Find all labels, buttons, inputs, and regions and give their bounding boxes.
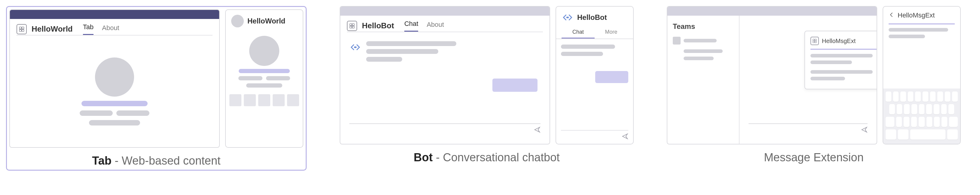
bot-message-line [561, 52, 603, 56]
key[interactable] [908, 91, 913, 102]
mobile-tab-more[interactable]: More [595, 27, 628, 38]
mobile-ext-body [883, 28, 960, 38]
key[interactable] [923, 91, 928, 102]
accent-divider [889, 24, 955, 24]
sidebar-title: Teams [673, 22, 733, 31]
svg-rect-3 [22, 29, 24, 31]
avatar-placeholder [249, 36, 279, 66]
key[interactable] [889, 104, 895, 114]
key[interactable] [904, 117, 909, 127]
svg-rect-5 [352, 24, 355, 26]
tab-chat[interactable]: Chat [404, 20, 418, 32]
key-backspace[interactable] [949, 117, 958, 127]
compose-box[interactable] [749, 123, 867, 135]
placeholder-line [116, 110, 150, 116]
mobile-title: HelloMsgExt [897, 11, 935, 19]
svg-rect-6 [350, 26, 352, 28]
user-message [595, 71, 628, 83]
key[interactable] [900, 91, 906, 102]
card-title: HelloMsgExt [822, 38, 856, 45]
key-space[interactable] [910, 129, 945, 140]
svg-rect-1 [22, 27, 24, 29]
placeholder-line [266, 76, 290, 80]
bot-icon [349, 41, 361, 53]
app-icon [810, 37, 819, 45]
send-icon[interactable] [534, 126, 541, 134]
key[interactable] [926, 117, 932, 127]
send-icon[interactable] [861, 126, 867, 134]
tile-row [229, 94, 299, 106]
tab-bar: Tab About [83, 23, 119, 35]
tile[interactable] [244, 94, 256, 106]
avatar-icon [231, 15, 244, 27]
key-shift[interactable] [886, 117, 894, 127]
bot-mobile-mockup: HelloBot Chat More [555, 6, 634, 144]
mobile-chat-area [556, 39, 633, 144]
tab-about[interactable]: About [426, 21, 444, 32]
user-message [492, 78, 538, 92]
bot-message-line [366, 49, 438, 54]
msgext-mobile-mockup: HelloMsgExt [883, 6, 961, 144]
key[interactable] [915, 91, 921, 102]
tab-about[interactable]: About [102, 24, 119, 35]
key[interactable] [893, 91, 899, 102]
key[interactable] [952, 91, 958, 102]
svg-rect-13 [815, 39, 816, 41]
key[interactable] [919, 117, 924, 127]
conversation-area: HelloMsgExt [740, 16, 877, 144]
mobile-tabs: Chat More [556, 27, 633, 39]
tile[interactable] [229, 94, 242, 106]
key[interactable] [937, 91, 943, 102]
key[interactable] [896, 117, 902, 127]
back-icon[interactable] [889, 12, 895, 19]
key[interactable] [948, 104, 954, 114]
tile[interactable] [287, 94, 299, 106]
svg-rect-14 [813, 41, 815, 43]
placeholder-line [684, 50, 723, 53]
key[interactable] [941, 104, 947, 114]
tile[interactable] [273, 94, 285, 106]
send-icon[interactable] [622, 133, 628, 141]
team-icon [673, 37, 681, 45]
key[interactable] [945, 91, 951, 102]
key-numeric[interactable] [886, 129, 896, 140]
compose-box[interactable] [561, 130, 628, 141]
key[interactable] [912, 104, 917, 114]
key[interactable] [904, 104, 910, 114]
key[interactable] [911, 117, 917, 127]
svg-rect-12 [813, 39, 815, 41]
key[interactable] [942, 117, 947, 127]
accent-divider [810, 49, 877, 50]
tab-mobile-mockup: HelloWorld [225, 9, 303, 148]
mobile-tab-chat[interactable]: Chat [562, 27, 595, 38]
sidebar-item[interactable] [673, 37, 733, 45]
teams-sidebar: Teams [667, 16, 740, 144]
placeholder-line [810, 54, 873, 58]
key[interactable] [886, 91, 891, 102]
mobile-keyboard[interactable] [883, 88, 960, 144]
avatar-placeholder [95, 58, 134, 97]
svg-rect-0 [19, 27, 22, 29]
msgext-desktop-mockup: Teams [667, 6, 877, 144]
placeholder-line [684, 57, 714, 60]
key[interactable] [919, 104, 925, 114]
key[interactable] [934, 104, 939, 114]
tab-tab[interactable]: Tab [83, 23, 94, 35]
key-return[interactable] [947, 129, 958, 140]
key-emoji[interactable] [898, 129, 908, 140]
tile[interactable] [258, 94, 270, 106]
mobile-header: HelloBot [556, 6, 633, 27]
key[interactable] [897, 104, 902, 114]
app-header: HelloBot Chat About [340, 16, 549, 32]
key[interactable] [934, 117, 940, 127]
msgext-card[interactable]: HelloMsgExt [805, 31, 877, 90]
key[interactable] [930, 91, 936, 102]
placeholder-line [684, 39, 717, 42]
placeholder-line [80, 110, 113, 116]
compose-box[interactable] [349, 123, 541, 135]
bot-message-line [366, 57, 402, 62]
key[interactable] [926, 104, 932, 114]
app-name: HelloWorld [32, 24, 73, 34]
svg-rect-4 [350, 24, 352, 26]
tab-content [10, 35, 219, 147]
